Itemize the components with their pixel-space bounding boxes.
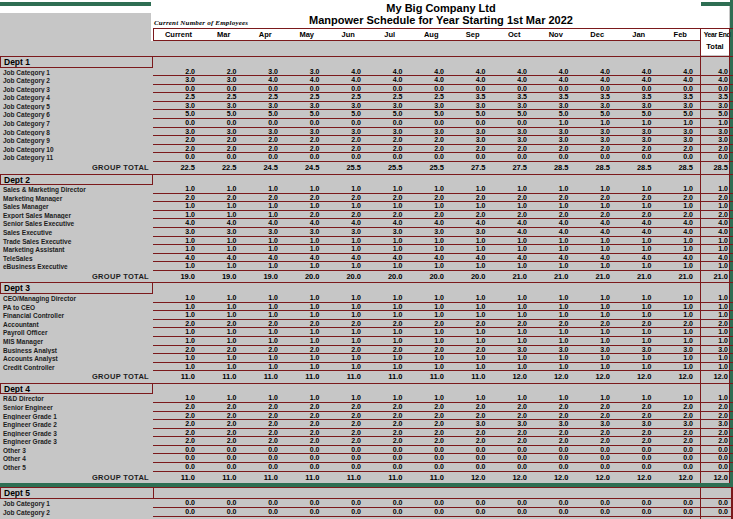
value-cell[interactable]: 2.0: [328, 437, 370, 446]
group-total-cell[interactable]: 12.0: [660, 472, 702, 484]
value-cell[interactable]: 0.0: [577, 508, 619, 517]
value-cell[interactable]: 2.0: [286, 145, 328, 154]
value-cell[interactable]: 0.0: [328, 508, 370, 517]
value-cell[interactable]: 4.0: [577, 68, 619, 77]
value-cell[interactable]: 4.0: [203, 254, 245, 263]
value-cell[interactable]: 4.0: [494, 76, 536, 85]
value-cell[interactable]: 5.0: [660, 110, 702, 119]
row-label[interactable]: Export Sales Manager: [0, 211, 153, 220]
value-cell[interactable]: 2.0: [577, 437, 619, 446]
value-cell[interactable]: 4.0: [452, 68, 494, 77]
value-cell[interactable]: 1.0: [535, 311, 577, 320]
value-cell[interactable]: 2.0: [660, 412, 702, 421]
group-total-cell[interactable]: 12.0: [577, 472, 619, 484]
group-total-cell[interactable]: 12.0: [535, 472, 577, 484]
value-cell[interactable]: 0.0: [660, 454, 702, 463]
value-cell[interactable]: 3.0: [535, 102, 577, 111]
value-cell[interactable]: 0.0: [494, 153, 536, 162]
value-cell[interactable]: 0.0: [452, 446, 494, 455]
group-total-cell[interactable]: 12.0: [660, 371, 702, 383]
value-cell[interactable]: 0.0: [328, 446, 370, 455]
value-cell[interactable]: 3.0: [618, 102, 660, 111]
value-cell[interactable]: 2.0: [286, 194, 328, 203]
column-header-jan[interactable]: Jan: [618, 28, 660, 41]
value-cell[interactable]: 2.0: [153, 145, 203, 154]
group-total-cell[interactable]: 20.0: [452, 271, 494, 283]
value-cell[interactable]: 2.0: [411, 346, 453, 355]
value-cell[interactable]: 1.0: [369, 237, 411, 246]
value-cell[interactable]: 1.0: [153, 202, 203, 211]
value-cell[interactable]: 3.0: [286, 228, 328, 237]
value-cell[interactable]: 1.0: [203, 394, 245, 403]
value-cell[interactable]: 1.0: [618, 119, 660, 128]
value-cell[interactable]: 0.0: [203, 446, 245, 455]
value-cell[interactable]: 2.5: [328, 93, 370, 102]
dept-name[interactable]: Dept 3: [0, 283, 153, 294]
value-cell[interactable]: 2.0: [494, 320, 536, 329]
value-cell[interactable]: 0.0: [660, 446, 702, 455]
value-cell[interactable]: 2.0: [328, 412, 370, 421]
value-cell[interactable]: 5.0: [494, 110, 536, 119]
value-cell[interactable]: 1.0: [660, 328, 702, 337]
row-label[interactable]: Other 5: [0, 463, 153, 472]
value-cell[interactable]: 1.0: [369, 245, 411, 254]
value-cell[interactable]: 1.0: [411, 294, 453, 303]
value-cell[interactable]: 2.0: [452, 437, 494, 446]
value-cell[interactable]: 0.0: [328, 499, 370, 508]
value-cell[interactable]: 3.0: [535, 346, 577, 355]
value-cell[interactable]: 1.0: [411, 337, 453, 346]
row-label[interactable]: eBusiness Executive: [0, 262, 153, 271]
value-cell[interactable]: 0.0: [660, 499, 702, 508]
value-cell[interactable]: 4.0: [369, 76, 411, 85]
value-cell[interactable]: 0.0: [203, 119, 245, 128]
value-cell[interactable]: 0.0: [203, 508, 245, 517]
value-cell[interactable]: 3.0: [369, 102, 411, 111]
value-cell[interactable]: 2.0: [286, 437, 328, 446]
value-cell[interactable]: 0.0: [153, 446, 203, 455]
value-cell[interactable]: 1.0: [494, 311, 536, 320]
value-cell[interactable]: 1.0: [452, 337, 494, 346]
value-cell[interactable]: 3.0: [452, 420, 494, 429]
value-cell[interactable]: 1.0: [153, 211, 203, 220]
value-cell[interactable]: 0.0: [494, 463, 536, 472]
row-label[interactable]: Payroll Officer: [0, 328, 153, 337]
value-cell[interactable]: 0.0: [618, 85, 660, 94]
value-cell[interactable]: 3.0: [494, 136, 536, 145]
value-cell[interactable]: 1.0: [286, 394, 328, 403]
value-cell[interactable]: 1.0: [660, 237, 702, 246]
value-cell[interactable]: 1.0: [245, 245, 287, 254]
value-cell[interactable]: 0.0: [369, 85, 411, 94]
value-cell[interactable]: 4.0: [286, 254, 328, 263]
value-cell[interactable]: 1.0: [577, 363, 619, 372]
row-label[interactable]: Sales Manager: [0, 202, 153, 211]
value-cell[interactable]: 1.0: [245, 311, 287, 320]
value-cell[interactable]: 2.5: [369, 93, 411, 102]
value-cell[interactable]: 4.0: [494, 254, 536, 263]
value-cell[interactable]: 2.0: [494, 429, 536, 438]
value-cell[interactable]: 1.0: [660, 245, 702, 254]
value-cell[interactable]: 0.0: [328, 85, 370, 94]
row-label[interactable]: Job Category 2: [0, 76, 153, 85]
value-cell[interactable]: 0.0: [328, 463, 370, 472]
value-cell[interactable]: 2.0: [245, 437, 287, 446]
value-cell[interactable]: 2.0: [203, 194, 245, 203]
value-cell[interactable]: 1.0: [535, 294, 577, 303]
value-cell[interactable]: 1.0: [494, 337, 536, 346]
value-cell[interactable]: 2.0: [328, 420, 370, 429]
value-cell[interactable]: 0.0: [369, 499, 411, 508]
value-cell[interactable]: 3.0: [153, 128, 203, 137]
value-cell[interactable]: 1.0: [153, 354, 203, 363]
value-cell[interactable]: 1.0: [328, 337, 370, 346]
value-cell[interactable]: 3.0: [452, 228, 494, 237]
group-total-cell[interactable]: 19.0: [245, 271, 287, 283]
value-cell[interactable]: 0.0: [411, 85, 453, 94]
group-total-cell[interactable]: 12.0: [494, 371, 536, 383]
value-cell[interactable]: 1.0: [452, 237, 494, 246]
value-cell[interactable]: 2.0: [411, 320, 453, 329]
value-cell[interactable]: 0.0: [286, 446, 328, 455]
value-cell[interactable]: 3.0: [535, 128, 577, 137]
value-cell[interactable]: 2.0: [494, 211, 536, 220]
group-total-cell[interactable]: 21.0: [535, 271, 577, 283]
value-cell[interactable]: 1.0: [203, 262, 245, 271]
value-cell[interactable]: 1.0: [577, 119, 619, 128]
